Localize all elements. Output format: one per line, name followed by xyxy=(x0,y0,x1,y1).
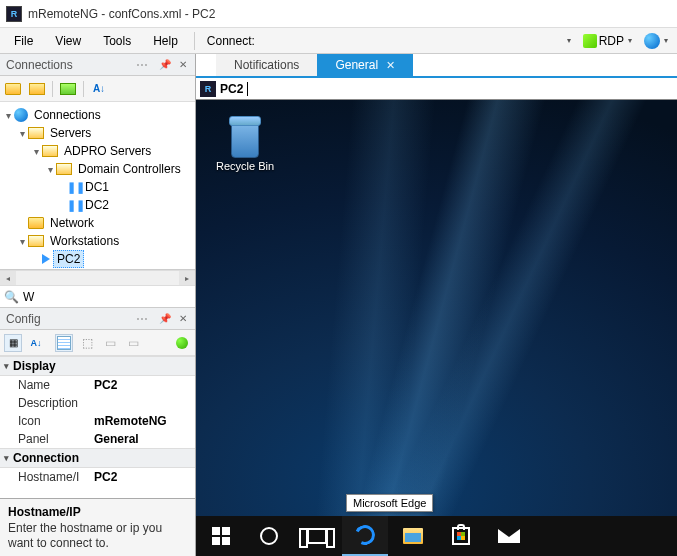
menu-file[interactable]: File xyxy=(4,30,43,52)
tree-root[interactable]: ▾ Connections xyxy=(2,106,193,124)
connections-tree[interactable]: ▾ Connections ▾ Servers xyxy=(0,102,195,270)
cortana-button[interactable] xyxy=(246,516,292,556)
menu-help[interactable]: Help xyxy=(143,30,188,52)
prop-row-hostname[interactable]: Hostname/I PC2 xyxy=(0,468,195,486)
cortana-icon xyxy=(260,527,278,545)
default-button[interactable]: ▭ xyxy=(101,334,119,352)
scroll-right-button[interactable]: ▸ xyxy=(179,271,195,285)
inheritance-button[interactable]: ⬚ xyxy=(78,334,96,352)
expander-icon[interactable]: ▾ xyxy=(44,164,56,175)
tab-general[interactable]: General ✕ xyxy=(317,54,413,76)
prop-name: Name xyxy=(0,378,90,392)
store-icon xyxy=(452,527,470,545)
menu-view[interactable]: View xyxy=(45,30,91,52)
taskbar-edge[interactable] xyxy=(342,516,388,556)
taskbar-store[interactable] xyxy=(438,516,484,556)
prop-name: Panel xyxy=(0,432,90,446)
prop-value[interactable]: mRemoteNG xyxy=(90,414,195,428)
expand-button[interactable] xyxy=(59,80,77,98)
external-tools-dropdown[interactable]: ▾ xyxy=(639,30,673,52)
tree-label: Servers xyxy=(47,125,94,141)
tab-label: Notifications xyxy=(234,58,299,72)
new-folder-button[interactable] xyxy=(28,80,46,98)
status-dot xyxy=(173,334,191,352)
tree-item-pc2[interactable]: PC2 xyxy=(2,250,193,268)
tree-search-input[interactable] xyxy=(23,290,191,304)
pin-icon[interactable]: 📌 xyxy=(157,59,173,70)
prop-row-description[interactable]: Description xyxy=(0,394,195,412)
sort-button[interactable]: A↓ xyxy=(90,80,108,98)
desktop-icon-label: Recycle Bin xyxy=(210,160,280,172)
prop-row-panel[interactable]: Panel General xyxy=(0,430,195,448)
session-tabs: Notifications General ✕ xyxy=(196,54,677,78)
category-connection[interactable]: ▾ Connection xyxy=(0,448,195,468)
tab-close-icon[interactable]: ✕ xyxy=(386,59,395,72)
connections-toolbar: A↓ xyxy=(0,76,195,102)
menu-bar: File View Tools Help Connect: ▾ RDP ▾ ▾ xyxy=(0,28,677,54)
prop-value[interactable]: PC2 xyxy=(90,378,195,392)
taskview-button[interactable] xyxy=(294,516,340,556)
scroll-left-button[interactable]: ◂ xyxy=(0,271,16,285)
tree-label-selected: PC2 xyxy=(53,250,84,268)
expander-icon[interactable]: ▾ xyxy=(2,110,14,121)
tab-notifications[interactable]: Notifications xyxy=(216,54,317,76)
tree-folder-network[interactable]: Network xyxy=(2,214,193,232)
folder-open-icon xyxy=(28,235,44,247)
connect-label: Connect: xyxy=(201,30,261,52)
windows-icon xyxy=(212,527,230,545)
play-icon xyxy=(42,254,50,264)
expander-icon[interactable]: ▾ xyxy=(30,146,42,157)
pin-icon[interactable]: 📌 xyxy=(157,313,173,324)
prop-row-icon[interactable]: Icon mRemoteNG xyxy=(0,412,195,430)
remote-desktop-view[interactable]: Recycle Bin Microsoft Edge xyxy=(196,100,677,556)
connection-icon: ❚❚ xyxy=(70,180,82,194)
config-panel-header: Config ⋯ 📌 ✕ xyxy=(0,308,195,330)
categorized-button[interactable]: ▦ xyxy=(4,334,22,352)
default2-button[interactable]: ▭ xyxy=(124,334,142,352)
tree-h-scrollbar[interactable]: ◂ ▸ xyxy=(0,270,195,286)
tree-label: Domain Controllers xyxy=(75,161,184,177)
connections-panel-title: Connections xyxy=(6,58,132,72)
tree-label: ADPRO Servers xyxy=(61,143,154,159)
tree-folder-servers[interactable]: ▾ Servers xyxy=(2,124,193,142)
chevron-down-icon[interactable]: ▾ xyxy=(4,453,9,463)
window-titlebar: R mRemoteNG - confCons.xml - PC2 xyxy=(0,0,677,28)
taskbar-mail[interactable] xyxy=(486,516,532,556)
tree-search: 🔍 xyxy=(0,286,195,308)
protocol-dropdown[interactable]: RDP ▾ xyxy=(578,31,637,51)
tree-folder-adpro[interactable]: ▾ ADPRO Servers xyxy=(2,142,193,160)
tree-item-dc1[interactable]: ❚❚ DC1 xyxy=(2,178,193,196)
chevron-down-icon[interactable]: ▾ xyxy=(4,361,9,371)
expander-icon[interactable]: ▾ xyxy=(16,128,28,139)
new-connection-button[interactable] xyxy=(4,80,22,98)
start-button[interactable] xyxy=(198,516,244,556)
recycle-bin-icon xyxy=(225,114,265,158)
help-title: Hostname/IP xyxy=(8,505,187,519)
edge-icon xyxy=(352,522,378,548)
prop-row-name[interactable]: Name PC2 xyxy=(0,376,195,394)
tree-folder-workstations[interactable]: ▾ Workstations xyxy=(2,232,193,250)
connection-icon: ❚❚ xyxy=(70,198,82,212)
desktop-icon-recycle-bin[interactable]: Recycle Bin xyxy=(210,114,280,172)
prop-value[interactable]: General xyxy=(90,432,195,446)
category-display[interactable]: ▾ Display xyxy=(0,356,195,376)
tree-item-dc2[interactable]: ❚❚ DC2 xyxy=(2,196,193,214)
expander-icon[interactable]: ▾ xyxy=(16,236,28,247)
close-icon[interactable]: ✕ xyxy=(177,313,189,324)
prop-value[interactable]: PC2 xyxy=(90,470,195,484)
tree-label: Workstations xyxy=(47,233,122,249)
file-explorer-icon xyxy=(403,528,423,544)
globe-icon xyxy=(644,33,660,49)
close-icon[interactable]: ✕ xyxy=(177,59,189,70)
property-button[interactable] xyxy=(55,334,73,352)
panel-options-icon[interactable]: ⋯ xyxy=(136,312,149,326)
tree-folder-dc[interactable]: ▾ Domain Controllers xyxy=(2,160,193,178)
quick-connect-dropdown[interactable]: ▾ xyxy=(560,33,576,48)
menu-tools[interactable]: Tools xyxy=(93,30,141,52)
alphabetical-button[interactable]: A↓ xyxy=(27,334,45,352)
prop-name: Hostname/I xyxy=(0,470,90,484)
property-grid[interactable]: ▾ Display Name PC2 Description Icon mRem… xyxy=(0,356,195,498)
taskbar-explorer[interactable] xyxy=(390,516,436,556)
folder-open-icon xyxy=(56,163,72,175)
panel-options-icon[interactable]: ⋯ xyxy=(136,58,149,72)
